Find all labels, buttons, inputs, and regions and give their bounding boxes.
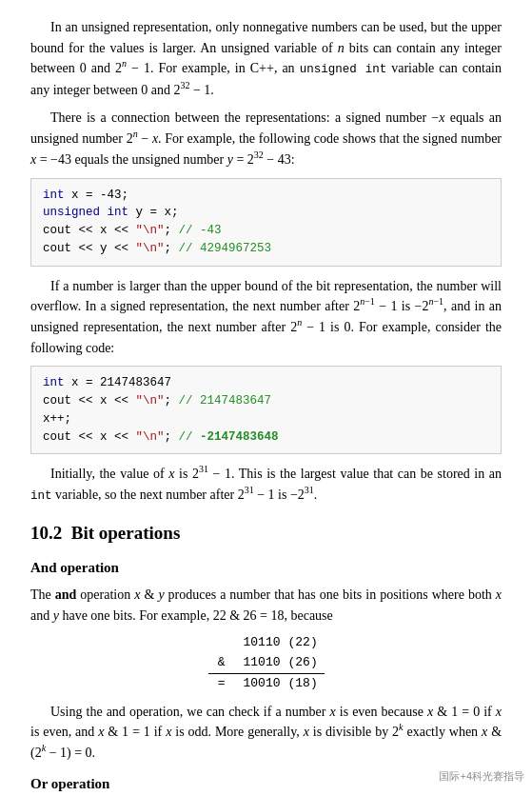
paragraph-3: If a number is larger than the upper bou… <box>30 276 502 359</box>
code-block-1: int x = -43; unsigned int y = x; cout <<… <box>30 178 502 267</box>
and-operation-heading: And operation <box>30 557 502 579</box>
and-row2-op: & <box>208 653 229 673</box>
and-row2-label: (26) <box>285 653 325 673</box>
and-row3-op: = <box>208 673 229 693</box>
watermark: 国际+4科光赛指导 <box>439 768 524 785</box>
or-operation-heading: Or operation <box>30 773 502 795</box>
code-block-2: int x = 2147483647 cout << x << "\n"; //… <box>30 366 502 454</box>
and-row3-num: 10010 <box>229 673 285 693</box>
and-row1-op <box>208 633 229 653</box>
paragraph-4: Initially, the value of x is 231 − 1. Th… <box>30 464 502 506</box>
and-row1-label: (22) <box>285 633 325 653</box>
and-row2-num: 11010 <box>229 653 285 673</box>
and-paragraph-2: Using the and operation, we can check if… <box>30 702 502 764</box>
and-row3-label: (18) <box>285 673 325 693</box>
paragraph-2: There is a connection between the repres… <box>30 108 502 169</box>
section-title: Bit operations <box>71 523 181 543</box>
and-row1-num: 10110 <box>229 633 285 653</box>
paragraph-1: In an unsigned representation, only nonn… <box>30 17 502 100</box>
and-paragraph-1: The and operation x & y produces a numbe… <box>30 585 502 626</box>
section-heading: 10.2 Bit operations <box>30 519 502 547</box>
section-number: 10.2 <box>30 523 62 543</box>
and-table: 10110 (22) & 11010 (26) = 10010 (18) <box>208 633 325 693</box>
